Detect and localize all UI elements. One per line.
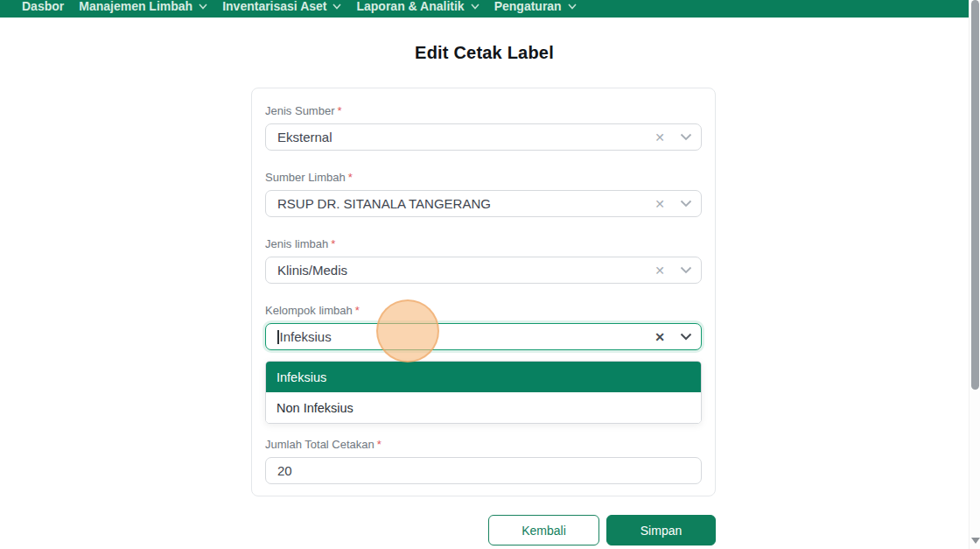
field-sumber-limbah: Sumber Limbah* RSUP DR. SITANALA TANGERA…: [265, 171, 702, 217]
chevron-down-icon[interactable]: [680, 200, 692, 208]
nav-item-label: Pengaturan: [494, 0, 562, 13]
chevron-down-icon[interactable]: [680, 133, 692, 141]
required-marker: *: [355, 304, 360, 317]
required-marker: *: [337, 104, 341, 117]
field-label: Kelompok limbah*: [265, 304, 702, 317]
required-marker: *: [331, 237, 335, 250]
field-label: Jenis Sumber*: [265, 104, 702, 117]
nav-item-label: Dasbor: [22, 0, 64, 13]
top-navigation: Dasbor Manajemen Limbah Inventarisasi As…: [0, 0, 969, 18]
nav-item-label: Manajemen Limbah: [79, 0, 192, 13]
kelompok-limbah-dropdown: Infeksius Non Infeksius: [265, 361, 702, 424]
chevron-down-icon: [199, 4, 207, 10]
select-value: Klinis/Medis: [277, 263, 654, 278]
nav-item-pengaturan[interactable]: Pengaturan: [494, 0, 577, 13]
field-jumlah-total-cetakan: Jumlah Total Cetakan* 20: [265, 438, 702, 484]
field-label: Jenis limbah*: [265, 237, 702, 250]
chevron-down-icon[interactable]: [680, 266, 692, 274]
nav-item-manajemen-limbah[interactable]: Manajemen Limbah: [79, 0, 207, 13]
page-title: Edit Cetak Label: [0, 43, 969, 63]
field-label: Jumlah Total Cetakan*: [265, 438, 702, 451]
field-label: Sumber Limbah*: [265, 171, 702, 184]
select-value: Eksternal: [277, 130, 654, 144]
scrollbar[interactable]: [969, 0, 980, 549]
kelompok-limbah-select[interactable]: Infeksius ✕: [265, 323, 702, 350]
chevron-down-icon[interactable]: [680, 333, 692, 341]
chevron-down-icon: [332, 4, 341, 10]
jenis-sumber-select[interactable]: Eksternal ✕: [265, 123, 702, 151]
kembali-button[interactable]: Kembali: [488, 515, 599, 545]
simpan-button[interactable]: Simpan: [606, 515, 716, 545]
required-marker: *: [348, 171, 353, 184]
nav-item-laporan-analitik[interactable]: Laporan & Analitik: [356, 0, 479, 13]
input-value: 20: [277, 463, 692, 478]
field-kelompok-limbah: Kelompok limbah* Infeksius ✕ Infeksius N…: [265, 304, 702, 424]
nav-item-label: Inventarisasi Aset: [222, 0, 326, 13]
scrollbar-thumb[interactable]: [971, 0, 979, 390]
dropdown-option-non-infeksius[interactable]: Non Infeksius: [266, 392, 701, 423]
dropdown-option-infeksius[interactable]: Infeksius: [266, 362, 701, 392]
form-actions: Kembali Simpan: [251, 515, 716, 545]
nav-item-inventarisasi-aset[interactable]: Inventarisasi Aset: [222, 0, 341, 13]
sumber-limbah-select[interactable]: RSUP DR. SITANALA TANGERANG ✕: [265, 190, 702, 217]
clear-icon[interactable]: ✕: [654, 264, 665, 277]
edit-cetak-label-form-card: Jenis Sumber* Eksternal ✕ Sumber Limbah*…: [251, 88, 716, 496]
jumlah-total-cetakan-input[interactable]: 20: [265, 457, 702, 484]
field-jenis-limbah: Jenis limbah* Klinis/Medis ✕: [265, 237, 702, 284]
text-caret: [277, 330, 279, 344]
clear-icon[interactable]: ✕: [654, 198, 665, 210]
page: Dasbor Manajemen Limbah Inventarisasi As…: [0, 0, 980, 549]
chevron-down-icon: [471, 4, 480, 10]
field-jenis-sumber: Jenis Sumber* Eksternal ✕: [265, 104, 702, 151]
nav-item-dasbor[interactable]: Dasbor: [22, 0, 64, 13]
clear-icon[interactable]: ✕: [654, 131, 665, 144]
scroll-down-arrow-icon[interactable]: [971, 538, 980, 544]
select-value: RSUP DR. SITANALA TANGERANG: [277, 196, 654, 211]
jenis-limbah-select[interactable]: Klinis/Medis ✕: [265, 257, 702, 284]
select-value: Infeksius: [277, 329, 654, 344]
clear-icon[interactable]: ✕: [654, 331, 665, 343]
nav-item-label: Laporan & Analitik: [356, 0, 464, 13]
required-marker: *: [377, 438, 382, 451]
chevron-down-icon: [568, 4, 577, 10]
